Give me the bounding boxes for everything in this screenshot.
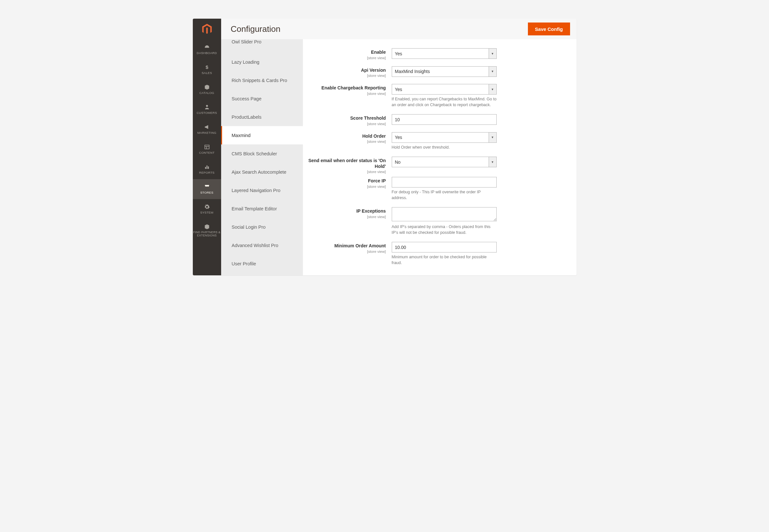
- select-value: Yes: [395, 51, 402, 56]
- nav-customers[interactable]: CUSTOMERS: [193, 99, 221, 119]
- nav-label: MARKETING: [197, 131, 216, 134]
- select-value: MaxMind Insights: [395, 69, 430, 74]
- field-help: Hold Order when over threshold.: [392, 145, 497, 151]
- field-help: If Enabled, you can report Chargebacks t…: [392, 96, 497, 108]
- field-label: Hold Order: [362, 133, 386, 139]
- nav-label: SALES: [202, 71, 212, 75]
- nav-label: REPORTS: [199, 171, 215, 174]
- section-cms-scheduler[interactable]: CMS Block Scheduler: [221, 144, 303, 163]
- section-email-template[interactable]: Email Template Editor: [221, 199, 303, 218]
- chevron-down-icon: ▼: [489, 84, 496, 94]
- nav-label: SYSTEM: [200, 211, 214, 214]
- nav-label: CONTENT: [199, 151, 215, 154]
- field-label: Enable Chargeback Reporting: [322, 85, 386, 90]
- field-scope: [store view]: [308, 250, 386, 253]
- field-scope: [store view]: [308, 170, 386, 174]
- select-value: No: [395, 160, 401, 165]
- field-label: Minimum Order Amount: [334, 243, 386, 248]
- enable-select[interactable]: Yes▼: [392, 48, 497, 59]
- nav-label: CUSTOMERS: [197, 111, 217, 115]
- score-threshold-input[interactable]: [392, 114, 497, 125]
- field-label: Force IP: [368, 178, 386, 183]
- enable-chargeback-select[interactable]: Yes▼: [392, 84, 497, 95]
- field-label: Enable: [371, 50, 386, 55]
- gear-icon: [204, 204, 210, 210]
- field-force-ip: Force IP[store view] For debug only - Th…: [308, 177, 571, 201]
- section-maxmind[interactable]: Maxmind: [221, 126, 303, 144]
- layout-icon: [204, 144, 210, 150]
- nav-catalog[interactable]: CATALOG: [193, 79, 221, 99]
- section-success-page[interactable]: Success Page: [221, 89, 303, 108]
- field-help: For debug only - This IP will overwrite …: [392, 189, 497, 201]
- main-area: Configuration Save Config Owl Slider Pro…: [221, 19, 576, 275]
- svg-rect-8: [208, 166, 209, 169]
- nav-content[interactable]: CONTENT: [193, 139, 221, 159]
- field-help: Minimum amount for order to be checked f…: [392, 254, 497, 266]
- field-scope: [store view]: [308, 92, 386, 96]
- field-api-version: Api Version[store view] MaxMind Insights…: [308, 66, 571, 78]
- page-header: Configuration Save Config: [221, 19, 576, 39]
- section-lazy-loading[interactable]: Lazy Loading: [221, 53, 303, 71]
- field-score-threshold: Score Threshold[store view]: [308, 114, 571, 126]
- section-social-login[interactable]: Social Login Pro: [221, 218, 303, 236]
- section-ajax-search[interactable]: Ajax Search Autocomplete: [221, 163, 303, 181]
- field-enable: Enable[store view] Yes▼: [308, 48, 571, 60]
- dollar-icon: $: [204, 64, 210, 70]
- svg-rect-7: [206, 165, 207, 169]
- nav-reports[interactable]: REPORTS: [193, 159, 221, 179]
- store-icon: [204, 184, 210, 190]
- nav-label: STORES: [200, 191, 214, 194]
- nav-label: CATALOG: [199, 91, 214, 95]
- section-product-labels[interactable]: ProductLabels: [221, 108, 303, 126]
- nav-dashboard[interactable]: DASHBOARD: [193, 40, 221, 60]
- api-version-select[interactable]: MaxMind Insights▼: [392, 66, 497, 77]
- field-send-email: Send email when order status is 'On Hold…: [308, 157, 571, 174]
- min-order-input[interactable]: [392, 242, 497, 252]
- chevron-down-icon: ▼: [489, 157, 496, 167]
- field-label: Api Version: [361, 68, 386, 73]
- field-ip-exceptions: IP Exceptions[store view] Add IP's separ…: [308, 207, 571, 235]
- select-value: Yes: [395, 135, 402, 140]
- field-label: IP Exceptions: [356, 208, 386, 214]
- nav-marketing[interactable]: MARKETING: [193, 119, 221, 139]
- field-scope: [store view]: [308, 215, 386, 219]
- chevron-down-icon: ▼: [489, 133, 496, 142]
- section-rich-snippets[interactable]: Rich Snippets & Cards Pro: [221, 71, 303, 89]
- nav-system[interactable]: SYSTEM: [193, 199, 221, 219]
- nav-partners[interactable]: FIND PARTNERS & EXTENSIONS: [193, 219, 221, 242]
- nav-stores[interactable]: STORES: [193, 179, 221, 199]
- config-sections: Owl Slider Pro Lazy Loading Rich Snippet…: [221, 39, 303, 275]
- field-scope: [store view]: [308, 74, 386, 78]
- magento-logo[interactable]: [193, 19, 221, 40]
- page-title: Configuration: [231, 24, 281, 34]
- megaphone-icon: [204, 124, 210, 130]
- force-ip-input[interactable]: [392, 177, 497, 188]
- config-form: Enable[store view] Yes▼ Api Version[stor…: [303, 39, 576, 275]
- field-hold-order: Hold Order[store view] Yes▼ Hold Order w…: [308, 132, 571, 151]
- ip-exceptions-textarea[interactable]: [392, 207, 497, 221]
- section-user-profile[interactable]: User Profile: [221, 254, 303, 273]
- field-enable-chargeback: Enable Chargeback Reporting[store view] …: [308, 84, 571, 108]
- box-icon: [204, 84, 210, 90]
- section-layered-nav[interactable]: Layered Navigation Pro: [221, 181, 303, 199]
- admin-sidebar: DASHBOARD $SALES CATALOG CUSTOMERS MARKE…: [193, 19, 221, 275]
- chevron-down-icon: ▼: [489, 49, 496, 59]
- hold-order-select[interactable]: Yes▼: [392, 132, 497, 143]
- svg-point-2: [206, 105, 208, 107]
- field-scope: [store view]: [308, 185, 386, 188]
- field-scope: [store view]: [308, 56, 386, 60]
- section-owl-slider[interactable]: Owl Slider Pro: [221, 39, 303, 53]
- section-wishlist[interactable]: Advanced Wishlist Pro: [221, 236, 303, 254]
- send-email-select[interactable]: No▼: [392, 157, 497, 167]
- dashboard-icon: [204, 44, 210, 50]
- field-scope: [store view]: [308, 122, 386, 126]
- field-min-order: Minimum Order Amount[store view] Minimum…: [308, 242, 571, 266]
- nav-label: FIND PARTNERS & EXTENSIONS: [193, 231, 221, 237]
- nav-label: DASHBOARD: [197, 51, 217, 55]
- puzzle-icon: [204, 224, 210, 230]
- save-config-button[interactable]: Save Config: [528, 23, 570, 35]
- bars-icon: [204, 164, 210, 170]
- nav-sales[interactable]: $SALES: [193, 60, 221, 79]
- field-label: Send email when order status is 'On Hold…: [308, 158, 386, 169]
- field-label: Score Threshold: [350, 115, 386, 121]
